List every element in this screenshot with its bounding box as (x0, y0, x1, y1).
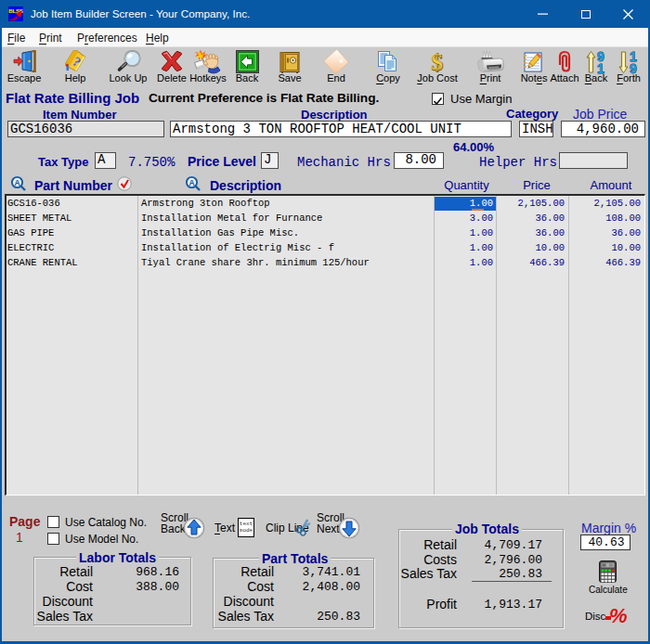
svg-text:A: A (188, 178, 194, 187)
svg-text:$: $ (431, 50, 443, 74)
svg-text:A: A (14, 178, 20, 187)
